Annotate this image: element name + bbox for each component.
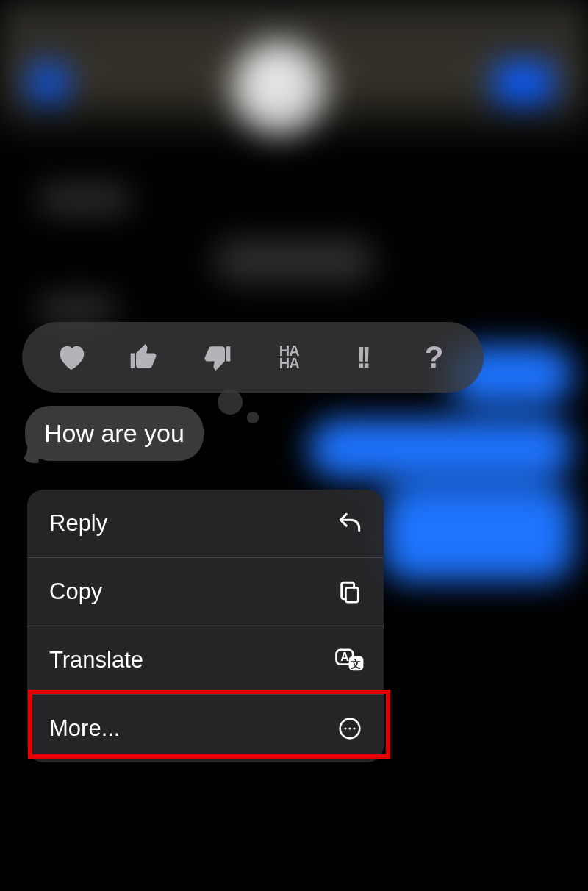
more-button[interactable]: More... (27, 695, 384, 762)
translate-label: Translate (49, 647, 143, 673)
message-text: How are you (44, 419, 184, 447)
tapback-question-icon[interactable]: ? (415, 337, 454, 377)
svg-text:A: A (340, 651, 348, 663)
copy-icon (335, 577, 365, 606)
tapback-thumbs-down-icon[interactable] (197, 337, 237, 377)
tapback-reaction-bar: HAHA !! ? (22, 322, 484, 393)
tapback-tail (218, 390, 243, 415)
tapback-haha-icon[interactable]: HAHA (269, 337, 309, 377)
translate-icon: A文 (335, 645, 365, 675)
more-label: More... (49, 715, 120, 742)
reply-icon (335, 509, 365, 538)
svg-text:文: 文 (351, 658, 362, 670)
tapback-tail-small (247, 412, 259, 423)
context-menu: Reply Copy Translate A文 More... (27, 490, 384, 762)
svg-point-8 (353, 727, 355, 729)
svg-rect-0 (345, 587, 358, 602)
reply-button[interactable]: Reply (27, 490, 384, 558)
message-bubble[interactable]: How are you (25, 406, 204, 461)
copy-label: Copy (49, 579, 102, 605)
svg-point-6 (344, 727, 346, 729)
tapback-thumbs-up-icon[interactable] (124, 337, 164, 377)
reply-label: Reply (49, 510, 107, 537)
translate-button[interactable]: Translate A文 (27, 626, 384, 695)
more-icon (335, 714, 365, 743)
tapback-heart-icon[interactable] (51, 337, 91, 377)
tapback-exclaim-icon[interactable]: !! (342, 337, 381, 377)
svg-point-7 (348, 727, 351, 729)
copy-button[interactable]: Copy (27, 558, 384, 626)
